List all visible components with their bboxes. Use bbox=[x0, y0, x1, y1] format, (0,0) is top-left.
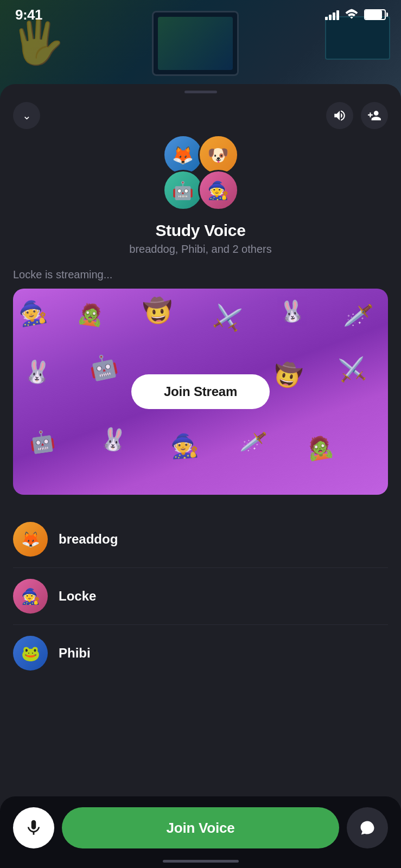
join-stream-button[interactable]: Join Stream bbox=[131, 374, 270, 409]
status-bar: 9:41 bbox=[0, 0, 401, 29]
avatars-section: 🦊 🐶 🤖 🧙 bbox=[0, 135, 401, 210]
avatar-unknown1: 🐶 bbox=[198, 135, 239, 175]
main-panel: ⌄ 🦊 🐶 🤖 🧙 Study Voice breaddog, P bbox=[0, 84, 401, 868]
member-avatar-breaddog: 🦊 bbox=[13, 522, 48, 557]
stream-preview: 🧙 🧟 🤠 ⚔️ 🐰 🗡️ 🐰 🤖 🤠 ⚔️ 🤖 🐰 🧙 🗡️ 🧟 Join S… bbox=[13, 289, 388, 495]
mic-button[interactable] bbox=[13, 807, 54, 848]
status-icons bbox=[325, 8, 386, 22]
member-item: 🐸 Phibi bbox=[13, 625, 388, 681]
home-bar bbox=[163, 860, 239, 863]
emote-7: 🐰 bbox=[23, 358, 52, 386]
emote-5: 🐰 bbox=[277, 298, 306, 325]
avatar-phibi: 🤖 bbox=[163, 170, 203, 210]
emote-11: 🤖 bbox=[28, 428, 56, 455]
avatar-locke: 🧙 bbox=[198, 170, 239, 210]
bottom-bar: Join Voice bbox=[0, 796, 401, 868]
status-time: 9:41 bbox=[15, 7, 42, 23]
emote-10: ⚔️ bbox=[338, 355, 367, 384]
member-name-breaddog: breaddog bbox=[59, 532, 118, 547]
header-controls: ⌄ bbox=[0, 93, 401, 129]
add-user-icon bbox=[367, 108, 381, 123]
chat-icon bbox=[359, 820, 375, 836]
member-name-locke: Locke bbox=[59, 589, 96, 604]
emote-13: 🧙 bbox=[169, 431, 199, 460]
emote-1: 🧙 bbox=[16, 297, 49, 328]
signal-bar-4 bbox=[336, 10, 339, 20]
avatars-grid: 🦊 🐶 🤖 🧙 bbox=[163, 135, 239, 210]
emote-9: 🤠 bbox=[271, 360, 304, 391]
wifi-icon bbox=[345, 8, 359, 22]
streaming-section: Locke is streaming... 🧙 🧟 🤠 ⚔️ 🐰 🗡️ 🐰 🤖 … bbox=[0, 269, 401, 495]
chevron-down-icon: ⌄ bbox=[22, 110, 31, 121]
channel-members: breaddog, Phibi, and 2 others bbox=[13, 243, 388, 256]
emote-4: ⚔️ bbox=[212, 302, 244, 333]
channel-name: Study Voice bbox=[13, 221, 388, 240]
emote-8: 🤖 bbox=[86, 351, 119, 383]
join-voice-button[interactable]: Join Voice bbox=[62, 807, 339, 848]
mic-icon bbox=[24, 819, 43, 837]
member-item: 🧙 Locke bbox=[13, 568, 388, 625]
member-name-phibi: Phibi bbox=[59, 646, 91, 661]
battery-fill bbox=[365, 10, 382, 19]
battery-icon bbox=[364, 9, 386, 20]
add-user-button[interactable] bbox=[361, 102, 388, 129]
sound-icon bbox=[333, 108, 347, 123]
emote-3: 🤠 bbox=[142, 296, 174, 327]
chevron-down-button[interactable]: ⌄ bbox=[13, 102, 40, 129]
signal-bar-2 bbox=[329, 15, 332, 20]
emote-6: 🗡️ bbox=[343, 301, 374, 330]
member-avatar-phibi: 🐸 bbox=[13, 636, 48, 671]
streaming-label: Locke is streaming... bbox=[13, 269, 388, 281]
sound-button[interactable] bbox=[326, 102, 353, 129]
avatar-breaddog: 🦊 bbox=[163, 135, 203, 175]
signal-icon bbox=[325, 9, 339, 20]
member-avatar-locke: 🧙 bbox=[13, 579, 48, 614]
signal-bar-1 bbox=[325, 17, 328, 20]
chat-button[interactable] bbox=[347, 807, 388, 848]
emote-15: 🧟 bbox=[304, 433, 335, 463]
emote-2: 🧟 bbox=[77, 301, 105, 328]
header-right-buttons bbox=[326, 102, 388, 129]
channel-info: Study Voice breaddog, Phibi, and 2 other… bbox=[0, 221, 401, 256]
member-item: 🦊 breaddog bbox=[13, 511, 388, 568]
emote-14: 🗡️ bbox=[239, 428, 268, 455]
emote-12: 🐰 bbox=[99, 426, 129, 454]
signal-bar-3 bbox=[333, 12, 335, 20]
members-list: 🦊 breaddog 🧙 Locke 🐸 Phibi bbox=[0, 511, 401, 681]
